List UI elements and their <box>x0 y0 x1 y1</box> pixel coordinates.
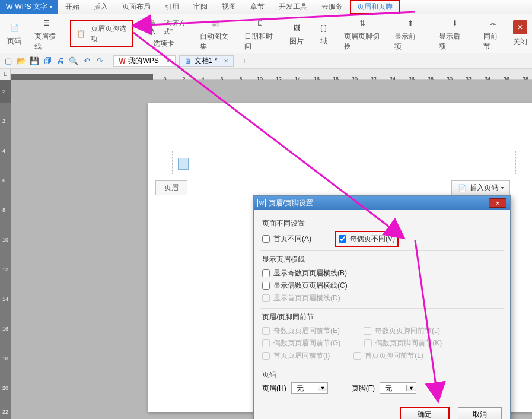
menu-cloud[interactable]: 云服务 <box>314 0 350 14</box>
menu-review[interactable]: 审阅 <box>186 0 215 14</box>
ruler-v-tick: 16 <box>2 326 8 332</box>
checkbox-odd-hline[interactable]: 显示奇数页页眉横线(B) <box>262 267 502 280</box>
dialog-close-button[interactable]: ✕ <box>489 198 506 208</box>
ruler-v-tick: 6 <box>2 177 5 183</box>
show-prev-button[interactable]: ⬆ 显示前一项 <box>392 15 428 53</box>
checkbox-first-diff[interactable]: 首页不同(A) <box>262 231 311 247</box>
save-as-icon[interactable]: 🗐 <box>43 56 52 66</box>
checkbox-oddeven-diff[interactable]: 奇偶页不同(V) <box>339 233 395 245</box>
autotext-button[interactable]: 📰 自动图文集 <box>197 15 234 53</box>
header-combo-value: 无 <box>292 383 318 393</box>
dropdown-icon: ▾ <box>501 185 504 191</box>
doc-tab-icon: 🗎 <box>184 57 192 65</box>
picture-label: 图片 <box>289 36 304 46</box>
page-number-button[interactable]: 📄 页码 <box>5 20 24 47</box>
new-tab-button[interactable]: + <box>237 57 251 65</box>
insert-label: 插入 <box>149 18 161 36</box>
ruler-vertical[interactable]: 2 2 4 6 8 10 12 14 16 18 20 22 <box>0 80 11 419</box>
save-icon[interactable]: 💾 <box>30 56 39 66</box>
print-icon[interactable]: 🖨 <box>56 56 65 66</box>
header-combo-label: 页眉(H) <box>262 383 286 393</box>
ruler-v-tick: 2 <box>2 118 5 124</box>
wps-logo-icon: W <box>6 3 12 11</box>
header-zone[interactable] <box>172 151 516 174</box>
show-next-button[interactable]: ⬇ 显示后一项 <box>437 15 473 53</box>
same-prev-label: 同前节 <box>483 31 502 52</box>
open-icon[interactable]: 📂 <box>17 56 26 66</box>
undo-icon[interactable]: ↶ <box>82 56 91 66</box>
tab-mywps-label: 我的WPS <box>128 56 158 66</box>
footer-combo[interactable]: 无▼ <box>380 382 416 394</box>
cancel-button[interactable]: 取消 <box>458 407 502 419</box>
hf-switch-label: 页眉页脚切换 <box>344 31 382 52</box>
field-icon: { } <box>317 21 331 35</box>
menu-insert[interactable]: 插入 <box>87 0 115 14</box>
first-fsame-label: 首页页脚同前节(L) <box>365 351 423 361</box>
show-next-label: 显示后一项 <box>439 31 470 52</box>
insert-icon: 📑 <box>138 18 146 36</box>
checkbox-first-hline: 显示首页页眉横线(D) <box>262 292 502 304</box>
datetime-button[interactable]: 🗓 日期和时间 <box>242 15 278 53</box>
checkbox-odd-hsame: 奇数页页眉同前节(E) <box>262 325 340 337</box>
checkbox-even-hline[interactable]: 显示偶数页页眉横线(C) <box>262 280 502 292</box>
show-prev-label: 显示前一项 <box>394 31 426 52</box>
menu-layout[interactable]: 页面布局 <box>115 0 158 14</box>
group-page-diff: 页面不同设置 <box>262 218 502 228</box>
app-menu-button[interactable]: W WPS 文字 ▾ <box>0 0 58 14</box>
picture-button[interactable]: 🖼 图片 <box>287 20 306 47</box>
tab-mywps[interactable]: W 我的WPS ✕ <box>113 55 176 67</box>
even-hsame-label: 偶数页页眉同前节(G) <box>273 338 340 348</box>
redo-icon[interactable]: ↷ <box>95 56 104 66</box>
insert-page-number-button[interactable]: 📄 插入页码 ▾ <box>451 180 510 195</box>
field-button[interactable]: { } 域 <box>314 20 333 47</box>
header-line-icon: ☰ <box>40 16 54 30</box>
wps-tab-icon: W <box>119 57 125 65</box>
new-icon[interactable]: ▢ <box>4 56 13 66</box>
ruler-v-tick: 10 <box>2 237 8 243</box>
ruler-corner: L <box>0 69 11 80</box>
tab-mywps-close-icon[interactable]: ✕ <box>165 58 170 64</box>
same-prev-button[interactable]: ⫘ 同前节 <box>481 15 505 53</box>
odd-hline-label: 显示奇数页页眉横线(B) <box>273 268 347 278</box>
hf-options-label: 页眉页脚选项 <box>91 24 128 44</box>
hf-options-icon: 📋 <box>75 27 87 41</box>
menu-reference[interactable]: 引用 <box>158 0 186 14</box>
odd-fsame-label: 奇数页页脚同前节(J) <box>375 326 440 336</box>
menu-header-footer[interactable]: 页眉和页脚 <box>350 0 400 14</box>
menu-start[interactable]: 开始 <box>58 0 87 14</box>
datetime-icon: 🗓 <box>253 16 267 30</box>
dialog-icon: W <box>257 199 266 207</box>
ribbon: 📄 页码 ☰ 页眉横线 📋 页眉页脚选项 📑 插入 “对齐方式” 选项卡 📰 自… <box>0 14 532 53</box>
ruler-horizontal[interactable]: L 0 2 4 6 8 10 12 14 16 18 20 22 24 26 2… <box>0 69 532 80</box>
dialog-titlebar[interactable]: W 页眉/页脚设置 ✕ <box>254 196 510 210</box>
hf-switch-button[interactable]: ⇅ 页眉页脚切换 <box>342 15 384 53</box>
field-label: 域 <box>320 36 327 46</box>
app-name: WPS 文字 <box>15 2 47 12</box>
ruler-v-tick: 2 <box>2 88 5 94</box>
tab-document[interactable]: 🗎 文档1 * ✕ <box>179 55 234 67</box>
insert-pn-icon: 📄 <box>458 184 467 192</box>
tabs-label[interactable]: 选项卡 <box>153 39 174 49</box>
tab-document-close-icon[interactable]: ✕ <box>224 58 228 64</box>
group-page-number: 页码 <box>262 370 502 380</box>
quick-access-bar: ▢ 📂 💾 🗐 🖨 🔍 ↶ ↷ | W 我的WPS ✕ 🗎 文档1 * ✕ + <box>0 53 532 69</box>
same-prev-icon: ⫘ <box>486 16 500 30</box>
menu-devtools[interactable]: 开发工具 <box>272 0 314 14</box>
preview-icon[interactable]: 🔍 <box>69 56 78 66</box>
menu-chapter[interactable]: 章节 <box>243 0 272 14</box>
close-ribbon-button[interactable]: ✕ 关闭 <box>513 20 527 47</box>
ok-button[interactable]: 确定 <box>400 407 450 419</box>
header-combo[interactable]: 无▼ <box>291 382 328 394</box>
menu-view[interactable]: 视图 <box>215 0 243 14</box>
ruler-v-tick: 12 <box>2 266 8 272</box>
header-footer-settings-dialog: W 页眉/页脚设置 ✕ 页面不同设置 首页不同(A) 奇偶页不同(V) 显示页眉… <box>253 195 511 419</box>
hf-options-button[interactable]: 📋 页眉页脚选项 <box>70 20 133 47</box>
hf-switch-icon: ⇅ <box>355 16 369 30</box>
odd-hsame-label: 奇数页页眉同前节(E) <box>273 326 340 336</box>
group-same-prev: 页眉/页脚同前节 <box>262 312 502 322</box>
header-line-button[interactable]: ☰ 页眉横线 <box>32 15 62 53</box>
ruler-v-tick: 8 <box>2 207 5 213</box>
show-prev-icon: ⬆ <box>403 16 418 30</box>
footer-combo-label: 页脚(F) <box>352 383 375 393</box>
group-headerline: 显示页眉横线 <box>262 255 502 265</box>
